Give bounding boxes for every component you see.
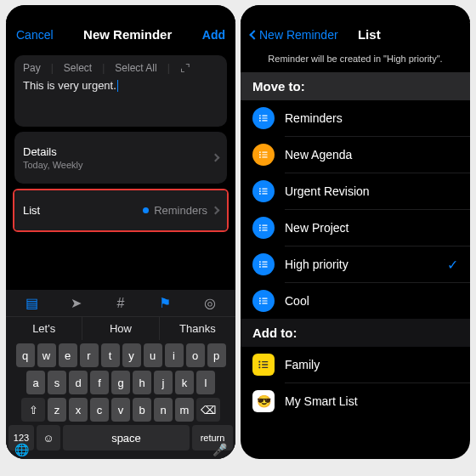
key-e[interactable]: e xyxy=(59,343,77,367)
add-button[interactable]: Add xyxy=(202,28,225,42)
back-button[interactable]: New Reminder xyxy=(251,28,338,42)
list-option[interactable]: Reminders xyxy=(241,100,470,136)
scan-text-icon[interactable]: ⌞⌝ xyxy=(180,62,190,74)
svg-point-25 xyxy=(259,264,261,265)
key-h[interactable]: h xyxy=(133,371,151,394)
list-option[interactable]: High priority✓ xyxy=(241,246,470,282)
list-row-value: Reminders xyxy=(154,204,207,217)
details-label: Details xyxy=(23,145,83,158)
chevron-left-icon xyxy=(249,30,258,39)
svg-rect-40 xyxy=(262,364,268,365)
key-space[interactable]: space xyxy=(63,425,190,450)
list-row[interactable]: List Reminders xyxy=(14,190,227,230)
svg-point-37 xyxy=(258,364,260,366)
toolbar-tag-icon[interactable]: # xyxy=(104,296,138,311)
svg-rect-9 xyxy=(262,152,267,153)
key-shift[interactable]: ⇧ xyxy=(21,398,45,422)
text-selection-menu: Pay | Select | Select All | ⌞⌝ xyxy=(23,62,218,74)
key-x[interactable]: x xyxy=(69,398,88,422)
key-q[interactable]: q xyxy=(16,343,35,367)
key-l[interactable]: l xyxy=(196,371,215,394)
shared-list-icon xyxy=(252,354,275,376)
key-r[interactable]: r xyxy=(80,343,99,367)
move-to-list: RemindersNew AgendaUrgent RevisionNew Pr… xyxy=(241,100,470,319)
add-to-list: Family😎My Smart List xyxy=(241,347,470,419)
svg-rect-10 xyxy=(262,154,267,155)
svg-point-1 xyxy=(259,117,261,119)
globe-icon[interactable]: 🌐 xyxy=(14,443,29,456)
key-delete[interactable]: ⌫ xyxy=(196,398,220,422)
key-j[interactable]: j xyxy=(154,371,173,394)
toolbar-camera-icon[interactable]: ◎ xyxy=(193,295,227,311)
smart-list-icon: 😎 xyxy=(252,390,275,412)
list-option-label: Cool xyxy=(285,294,458,308)
key-emoji[interactable]: ☺ xyxy=(37,425,60,450)
list-option[interactable]: New Project xyxy=(241,210,470,246)
key-w[interactable]: w xyxy=(37,343,56,367)
keyboard-area: ▤ ➤ # ⚑ ◎ Let's How Thanks q w e r t y xyxy=(6,290,235,459)
add-list-option[interactable]: 😎My Smart List xyxy=(241,383,470,419)
add-list-option[interactable]: Family xyxy=(241,347,470,382)
list-row-highlight: List Reminders xyxy=(13,189,229,232)
svg-rect-17 xyxy=(262,193,267,194)
select-all-action[interactable]: Select All xyxy=(115,62,156,74)
list-option[interactable]: New Agenda xyxy=(241,137,470,173)
key-z[interactable]: z xyxy=(48,398,66,422)
svg-point-19 xyxy=(259,227,261,229)
key-m[interactable]: m xyxy=(175,398,194,422)
reminder-editor-card: Pay | Select | Select All | ⌞⌝ This is v… xyxy=(14,55,227,127)
suggestion-1[interactable]: Let's xyxy=(6,317,82,340)
key-k[interactable]: k xyxy=(175,371,194,394)
keyboard-suggestions: Let's How Thanks xyxy=(6,316,235,340)
svg-rect-11 xyxy=(262,156,267,157)
list-bullet-icon xyxy=(252,253,275,275)
toolbar-location-icon[interactable]: ➤ xyxy=(60,295,94,311)
list-option[interactable]: Urgent Revision xyxy=(241,173,470,209)
checkmark-icon: ✓ xyxy=(447,257,458,273)
key-s[interactable]: s xyxy=(48,371,66,394)
toolbar-attachments-icon[interactable]: ▤ xyxy=(14,295,48,311)
key-i[interactable]: i xyxy=(165,343,184,367)
list-option-label: New Project xyxy=(285,221,458,235)
key-d[interactable]: d xyxy=(69,371,88,394)
svg-point-13 xyxy=(259,190,261,192)
add-list-label: My Smart List xyxy=(285,394,458,408)
key-t[interactable]: t xyxy=(101,343,120,367)
keyboard-row-3: ⇧ z x c v b n m ⌫ xyxy=(8,398,233,422)
nav-bar: Cancel New Reminder Add xyxy=(6,22,235,50)
svg-point-24 xyxy=(259,261,261,263)
key-n[interactable]: n xyxy=(154,398,173,422)
key-y[interactable]: y xyxy=(122,343,141,367)
list-option[interactable]: Cool xyxy=(241,283,470,319)
add-list-label: Family xyxy=(285,358,458,371)
cancel-button[interactable]: Cancel xyxy=(16,28,54,42)
page-title: New Reminder xyxy=(83,27,172,42)
key-b[interactable]: b xyxy=(133,398,151,422)
mic-icon[interactable]: 🎤 xyxy=(212,443,227,456)
list-bullet-icon xyxy=(252,107,275,129)
key-g[interactable]: g xyxy=(111,371,130,394)
notes-field[interactable]: This is very urgent. xyxy=(23,74,218,120)
key-p[interactable]: p xyxy=(207,343,226,367)
svg-rect-28 xyxy=(262,264,267,264)
svg-point-31 xyxy=(259,300,261,302)
svg-rect-3 xyxy=(262,116,267,116)
keyboard: q w e r t y u i o p a s d f g h xyxy=(6,340,235,459)
key-f[interactable]: f xyxy=(90,371,109,394)
suggestion-2[interactable]: How xyxy=(82,317,159,340)
creation-hint: Reminder will be created in "High priori… xyxy=(241,50,470,72)
list-color-dot xyxy=(143,207,149,213)
key-u[interactable]: u xyxy=(144,343,162,367)
svg-point-26 xyxy=(259,266,261,268)
key-c[interactable]: c xyxy=(90,398,109,422)
title-field[interactable]: Pay xyxy=(23,62,41,74)
select-action[interactable]: Select xyxy=(64,62,92,74)
key-v[interactable]: v xyxy=(111,398,130,422)
key-o[interactable]: o xyxy=(186,343,205,367)
suggestion-3[interactable]: Thanks xyxy=(160,317,235,340)
key-a[interactable]: a xyxy=(26,371,45,394)
toolbar-flag-icon[interactable]: ⚑ xyxy=(148,295,182,311)
details-row[interactable]: Details Today, Weekly xyxy=(14,132,227,184)
svg-rect-16 xyxy=(262,190,267,191)
keyboard-row-4: 123 ☺ space return xyxy=(8,425,233,450)
